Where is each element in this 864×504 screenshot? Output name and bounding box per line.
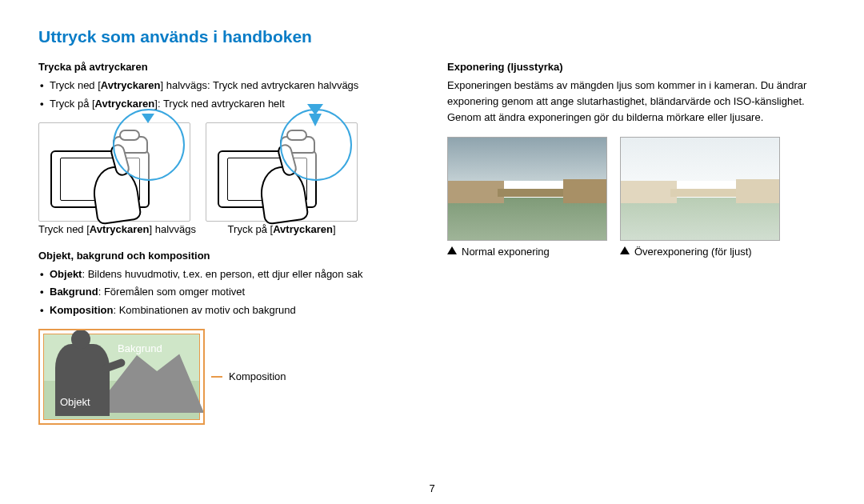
page-number: 7 (0, 482, 864, 494)
two-column-layout: Trycka på avtryckaren Tryck ned [Avtryck… (38, 61, 826, 425)
text-bold: Komposition (50, 304, 113, 316)
photo-normal (447, 137, 607, 241)
composition-heading: Objekt, bakgrund och komposition (38, 250, 417, 262)
figure-half-press: Tryck ned [Avtryckaren] halvvägs (38, 122, 196, 235)
text: : Bildens huvudmotiv, t.ex. en person, e… (82, 268, 362, 280)
text: : Kombinationen av motiv och bakgrund (113, 304, 295, 316)
section-title: Uttryck som används i handboken (38, 27, 826, 46)
caption-half-press: Tryck ned [Avtryckaren] halvvägs (38, 223, 196, 235)
text: Tryck på [ (228, 223, 274, 235)
composition-bullets: Objekt: Bildens huvudmotiv, t.ex. en per… (38, 266, 417, 319)
text: Överexponering (för ljust) (634, 246, 752, 258)
diagram-label-composition: Komposition (229, 370, 286, 382)
camera-figure-row: Tryck ned [Avtryckaren] halvvägs Tryck p… (38, 122, 417, 235)
text: Tryck ned [ (50, 79, 101, 91)
figure-full-press: Tryck på [Avtryckaren] (206, 122, 358, 235)
exposure-paragraph: Exponeringen bestäms av mängden ljus som… (447, 78, 826, 126)
diagram-inner: Bakgrund Objekt (43, 334, 200, 420)
bullet-full-press: Tryck på [Avtryckaren]: Tryck ned avtryc… (38, 96, 417, 113)
text-bold: Objekt (50, 268, 82, 280)
bullet-half-press: Tryck ned [Avtryckaren] halvvägs: Tryck … (38, 78, 417, 94)
triangle-up-icon (620, 246, 630, 254)
text: Tryck ned [ (38, 223, 90, 235)
diagram-label-object: Objekt (60, 396, 90, 408)
photo-overexposed (620, 137, 780, 241)
figure-normal-exposure: Normal exponering (447, 137, 607, 258)
arrow-down-icon (309, 114, 322, 126)
text-bold: Avtryckaren (90, 223, 150, 235)
figure-over-exposure: Överexponering (för ljust) (620, 137, 780, 258)
caption-normal-exposure: Normal exponering (447, 246, 607, 258)
text: ] halvvägs (150, 223, 197, 235)
text: ]: Tryck ned avtryckaren helt (154, 98, 285, 110)
text: Tryck på [ (50, 98, 95, 110)
text: ] halvvägs: Tryck ned avtryckaren halvvä… (161, 79, 359, 91)
text: ] (333, 223, 336, 235)
left-column: Trycka på avtryckaren Tryck ned [Avtryck… (38, 61, 417, 425)
right-column: Exponering (ljusstyrka) Exponeringen bes… (447, 61, 826, 425)
composition-diagram-row: Bakgrund Objekt Komposition (38, 329, 417, 425)
bullet-object: Objekt: Bildens huvudmotiv, t.ex. en per… (38, 266, 417, 283)
text-bold: Avtryckaren (273, 223, 333, 235)
photo-samples-row: Normal exponering Överexponering (för lj… (447, 137, 826, 258)
callout-line-icon (211, 376, 222, 378)
triangle-up-icon (447, 246, 457, 254)
text-bold: Avtryckaren (101, 79, 161, 91)
caption-over-exposure: Överexponering (för ljust) (620, 246, 780, 258)
exposure-heading: Exponering (ljusstyrka) (447, 61, 826, 73)
shutter-heading: Trycka på avtryckaren (38, 61, 417, 73)
shutter-button (119, 130, 140, 141)
camera-illustration-half (38, 122, 190, 222)
text-bold: Avtryckaren (95, 98, 155, 110)
caption-full-press: Tryck på [Avtryckaren] (206, 223, 358, 235)
arrow-down-icon (142, 114, 154, 123)
text: Normal exponering (462, 246, 550, 258)
bullet-composition: Komposition: Kombinationen av motiv och … (38, 302, 417, 319)
shutter-bullets: Tryck ned [Avtryckaren] halvvägs: Tryck … (38, 78, 417, 113)
text: : Föremålen som omger motivet (98, 286, 246, 298)
shutter-button (286, 130, 307, 141)
camera-illustration-full (206, 122, 358, 222)
text-bold: Bakgrund (50, 286, 98, 298)
composition-diagram: Bakgrund Objekt (38, 329, 205, 425)
bullet-background: Bakgrund: Föremålen som omger motivet (38, 284, 417, 301)
diagram-label-background: Bakgrund (118, 342, 162, 354)
